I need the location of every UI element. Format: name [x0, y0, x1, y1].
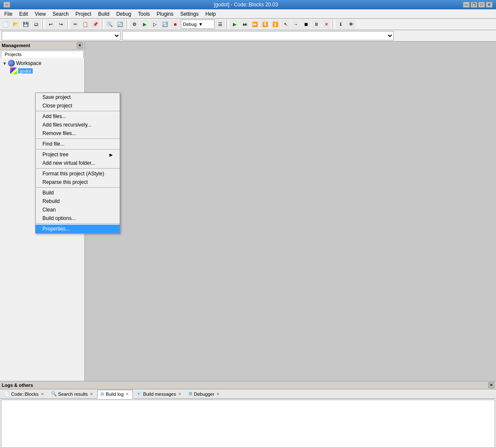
close-btn[interactable]: ✕: [486, 2, 493, 8]
ctx-format-project[interactable]: Format this project (AStyle): [36, 169, 120, 178]
menu-debug[interactable]: Debug: [113, 10, 135, 18]
main-toolbar: 📄 📂 💾 🗂 ↩ ↪ ✂ 📋 📌 🔍 🔄 ⚙ ▶ ▷ 🔃 ■ Debug ▼ …: [0, 19, 496, 30]
bottom-content: [1, 400, 495, 448]
tab-debugger-close[interactable]: ✕: [216, 392, 221, 397]
ctx-clean[interactable]: Clean: [36, 206, 120, 214]
tab-search-close[interactable]: ✕: [89, 392, 94, 397]
symbol-dropdown[interactable]: [122, 31, 394, 40]
copy-btn[interactable]: 📋: [81, 20, 90, 29]
maximize-btn[interactable]: □: [478, 2, 485, 8]
ctx-remove-files[interactable]: Remove files...: [36, 129, 120, 138]
undo-btn[interactable]: ↩: [46, 20, 55, 29]
bottom-title: Logs & others: [2, 383, 33, 388]
restore-btn[interactable]: ❐: [471, 2, 477, 8]
menu-help[interactable]: Help: [202, 10, 219, 18]
ctx-build[interactable]: Build: [36, 189, 120, 197]
minimize-btn[interactable]: —: [463, 2, 470, 8]
debug-info-btn[interactable]: ℹ: [336, 20, 345, 29]
management-title: Management: [2, 43, 30, 48]
tab-build-log[interactable]: ⚙ Build log ✕: [97, 390, 133, 399]
save-all-btn[interactable]: 🗂: [31, 20, 41, 29]
menu-project[interactable]: Project: [72, 10, 95, 18]
menu-search[interactable]: Search: [49, 10, 72, 18]
menu-file[interactable]: File: [1, 10, 16, 18]
rebuild-btn[interactable]: 🔃: [160, 20, 170, 29]
bottom-tabs: 📄 Code::Blocks ✕ 🔍 Search results ✕ ⚙ Bu…: [0, 389, 496, 399]
menu-edit[interactable]: Edit: [16, 10, 31, 18]
tab-messages-close[interactable]: ✕: [177, 392, 182, 397]
system-menu-btn[interactable]: ─: [3, 2, 10, 8]
debug-return-btn[interactable]: ↖: [281, 20, 290, 29]
debug-next-btn[interactable]: ⏩: [250, 20, 260, 29]
search-btn[interactable]: 🔍: [105, 20, 115, 29]
ctx-rebuild[interactable]: Rebuild: [36, 197, 120, 206]
tab-codeblocks[interactable]: 📄 Code::Blocks ✕: [1, 389, 48, 398]
menu-settings[interactable]: Settings: [177, 10, 202, 18]
godot-label: godot: [18, 68, 33, 73]
new-file-btn[interactable]: 📄: [1, 20, 10, 29]
debug-run-to-btn[interactable]: ⏭: [240, 20, 249, 29]
content-area: Management ✕ Projects ▼ Workspace godot …: [0, 42, 496, 381]
open-btn[interactable]: 📂: [11, 20, 20, 29]
tab-buildlog-close[interactable]: ✕: [125, 392, 130, 397]
run-next-btn[interactable]: ▷: [150, 20, 160, 29]
sep6: [333, 20, 334, 29]
ctx-reparse-project[interactable]: Reparse this project: [36, 178, 120, 186]
menu-view[interactable]: View: [31, 10, 49, 18]
tab-debugger[interactable]: ⚙ Debugger ✕: [185, 389, 224, 398]
ctx-sep5: [36, 187, 120, 188]
workspace-item[interactable]: ▼ Workspace: [2, 59, 83, 67]
ctx-arrow-icon: ▶: [109, 152, 113, 157]
godot-project-item[interactable]: godot: [2, 67, 83, 75]
dropdown-row: [0, 30, 496, 42]
main-layout: Management ✕ Projects ▼ Workspace godot …: [0, 42, 496, 448]
ctx-build-options[interactable]: Build options...: [36, 214, 120, 223]
build-settings-btn[interactable]: ⚙: [130, 20, 139, 29]
editor-area: [85, 42, 496, 381]
ctx-properties[interactable]: Properties...: [36, 225, 120, 233]
ctx-save-project[interactable]: Save project: [36, 93, 120, 101]
menu-build[interactable]: Build: [95, 10, 113, 18]
sep3: [102, 20, 104, 29]
title-bar: ─ [godot] - Code::Blocks 20.03 — ❐ □ ✕: [0, 0, 496, 9]
ctx-add-files[interactable]: Add files...: [36, 112, 120, 121]
ctx-add-virtual-folder[interactable]: Add new virtual folder...: [36, 159, 120, 167]
paste-btn[interactable]: 📌: [91, 20, 100, 29]
tab-search-results[interactable]: 🔍 Search results ✕: [48, 389, 97, 398]
gear-icon: ⚙: [100, 392, 104, 397]
build-list-btn[interactable]: ☰: [216, 20, 225, 29]
ctx-add-files-recursively[interactable]: Add files recursively...: [36, 121, 120, 129]
debug-pause-btn[interactable]: ⏸: [311, 20, 321, 29]
replace-btn[interactable]: 🔄: [115, 20, 125, 29]
debug-watches-btn[interactable]: 👁: [346, 20, 356, 29]
run-btn[interactable]: ▶: [140, 20, 149, 29]
save-btn[interactable]: 💾: [21, 20, 31, 29]
stop-btn[interactable]: ■: [171, 20, 180, 29]
ctx-sep3: [36, 149, 120, 149]
debug-stop-btn[interactable]: ⏹: [301, 20, 311, 29]
cut-btn[interactable]: ✂: [70, 20, 80, 29]
debug-stop2-btn[interactable]: ✕: [322, 20, 331, 29]
management-close-btn[interactable]: ✕: [77, 42, 83, 48]
tab-build-messages-label: Build messages: [143, 392, 176, 397]
redo-btn[interactable]: ↪: [56, 20, 65, 29]
management-header: Management ✕: [0, 42, 84, 50]
ctx-project-tree[interactable]: Project tree ▶: [36, 150, 120, 159]
debug-run-btn[interactable]: ▶: [230, 20, 239, 29]
sep1: [42, 20, 44, 29]
projects-tab[interactable]: Projects: [1, 51, 84, 58]
tab-build-messages[interactable]: 📧 Build messages ✕: [133, 389, 185, 398]
code-completion-dropdown[interactable]: [2, 31, 120, 40]
debug-next2-btn[interactable]: →: [291, 20, 300, 29]
build-target-dropdown[interactable]: Debug ▼: [181, 20, 215, 29]
debug-step-out-btn[interactable]: ⏫: [271, 20, 280, 29]
workspace-label: Workspace: [16, 60, 42, 66]
menu-plugins[interactable]: Plugins: [153, 10, 177, 18]
ctx-find-file[interactable]: Find file...: [36, 140, 120, 148]
menu-tools[interactable]: Tools: [135, 10, 153, 18]
bottom-close-btn[interactable]: ✕: [488, 382, 494, 388]
sep4: [126, 20, 128, 29]
tab-codeblocks-close[interactable]: ✕: [40, 392, 45, 397]
debug-step-btn[interactable]: ⏬: [261, 20, 270, 29]
ctx-close-project[interactable]: Close project: [36, 101, 120, 110]
